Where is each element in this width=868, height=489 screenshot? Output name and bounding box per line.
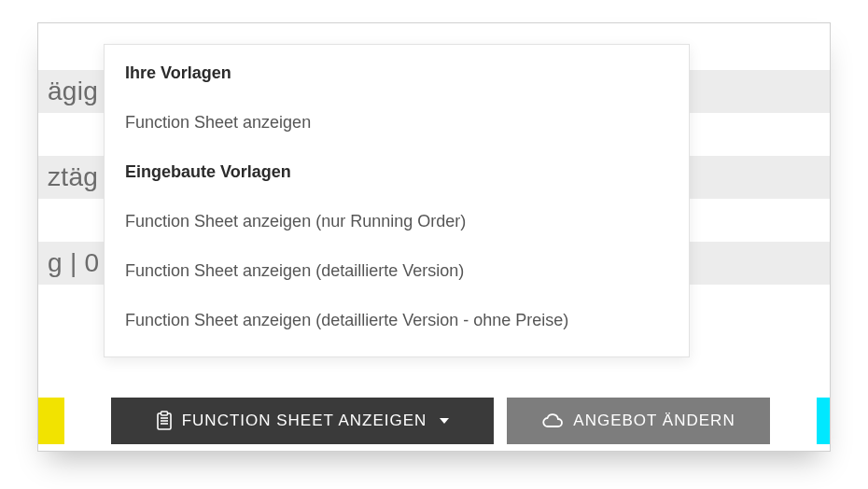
clipboard-icon	[156, 411, 173, 431]
app-card: ägig ztäg g | 0 Ihre Vorlagen Function S…	[37, 22, 831, 452]
dropdown-item-detailed-no-price[interactable]: Function Sheet anzeigen (detaillierte Ve…	[105, 296, 689, 345]
dropdown-item-show-function-sheet[interactable]: Function Sheet anzeigen	[105, 98, 689, 147]
cyan-accent	[817, 398, 830, 444]
dropdown-section-header: Ihre Vorlagen	[105, 49, 689, 98]
yellow-accent	[38, 398, 64, 444]
change-offer-button[interactable]: ANGEBOT ÄNDERN	[507, 398, 770, 444]
button-bar: FUNCTION SHEET ANZEIGEN ANGEBOT ÄNDERN	[38, 391, 830, 451]
dropdown-section-header: Eingebaute Vorlagen	[105, 147, 689, 197]
svg-rect-1	[161, 412, 167, 415]
chevron-down-icon	[440, 418, 449, 424]
function-sheet-button[interactable]: FUNCTION SHEET ANZEIGEN	[111, 398, 494, 444]
dropdown-item-running-order[interactable]: Function Sheet anzeigen (nur Running Ord…	[105, 197, 689, 246]
change-offer-button-label: ANGEBOT ÄNDERN	[573, 412, 735, 430]
dropdown-item-detailed[interactable]: Function Sheet anzeigen (detaillierte Ve…	[105, 246, 689, 296]
cloud-icon	[541, 412, 564, 429]
function-sheet-button-label: FUNCTION SHEET ANZEIGEN	[182, 412, 427, 430]
template-dropdown: Ihre Vorlagen Function Sheet anzeigen Ei…	[104, 44, 690, 357]
